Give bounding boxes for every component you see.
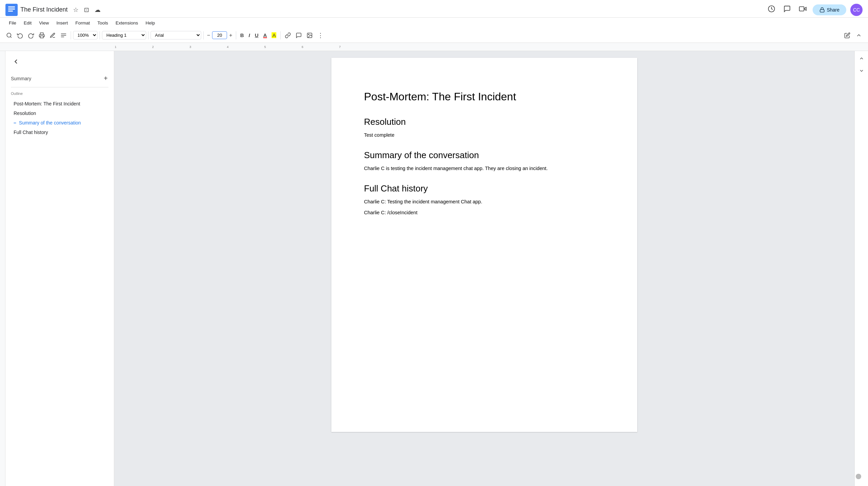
share-button[interactable]: Share — [813, 4, 846, 15]
ruler-inner: 1 2 3 4 5 6 7 — [116, 43, 868, 51]
svg-marker-5 — [804, 7, 806, 10]
svg-rect-7 — [820, 10, 824, 12]
toolbar-divider-1 — [71, 31, 71, 39]
menu-view[interactable]: View — [36, 19, 52, 27]
menu-help[interactable]: Help — [142, 19, 158, 27]
title-bar-right: Share CC — [766, 3, 863, 16]
ruler-mark-7: 7 — [339, 45, 341, 49]
toolbar-divider-6 — [280, 31, 281, 39]
italic-button[interactable]: I — [247, 31, 252, 40]
document-main-title: Post-Mortem: The First Incident — [364, 90, 605, 103]
right-panel-scroll-top[interactable] — [857, 54, 866, 65]
outline-item-3[interactable]: Full Chat history — [11, 128, 108, 136]
text-color-button[interactable]: A — [261, 31, 269, 40]
image-button[interactable] — [305, 31, 315, 40]
svg-point-8 — [7, 33, 11, 37]
sidebar-back-button[interactable] — [11, 56, 21, 68]
svg-rect-3 — [8, 11, 13, 12]
section-heading-2: Full Chat history — [364, 183, 605, 194]
svg-rect-2 — [8, 9, 15, 10]
decrease-font-size-button[interactable]: − — [206, 31, 211, 40]
highlight-button[interactable]: A — [270, 31, 278, 40]
style-selector[interactable]: Heading 1 Normal text Heading 2 Heading … — [102, 31, 146, 39]
undo-button[interactable] — [15, 31, 25, 40]
collapse-toolbar-button[interactable] — [854, 31, 864, 40]
section-para-2-1: Charlie C: /closeIncident — [364, 209, 605, 217]
document-area[interactable]: Post-Mortem: The First Incident Resoluti… — [114, 51, 854, 486]
user-avatar[interactable]: CC — [850, 4, 863, 16]
more-options-button[interactable]: ⋮ — [315, 30, 326, 41]
comment-button[interactable] — [294, 31, 304, 40]
ruler: 1 2 3 4 5 6 7 — [0, 43, 868, 51]
summary-label: Summary — [11, 76, 31, 81]
menu-bar: File Edit View Insert Format Tools Exten… — [0, 18, 868, 28]
bold-button[interactable]: B — [238, 31, 246, 40]
right-panel-scroll-bottom[interactable] — [857, 66, 866, 77]
svg-rect-1 — [8, 6, 15, 7]
section-para-0-0: Test complete — [364, 131, 605, 139]
outline-item-2[interactable]: Summary of the conversation — [11, 119, 108, 127]
share-label: Share — [827, 7, 839, 13]
menu-insert[interactable]: Insert — [53, 19, 71, 27]
print-button[interactable] — [37, 31, 47, 40]
title-action-icons: ☆ ⊡ ☁ — [72, 5, 102, 15]
paint-format-button[interactable] — [58, 31, 69, 40]
font-size-input[interactable] — [212, 31, 227, 39]
toolbar-divider-5 — [236, 31, 236, 39]
ruler-mark-3: 3 — [189, 45, 191, 49]
section-heading-0: Resolution — [364, 117, 605, 127]
scroll-indicator[interactable] — [856, 474, 861, 479]
docs-logo — [5, 4, 18, 16]
outline-label: Outline — [11, 91, 108, 96]
ruler-mark-2: 2 — [152, 45, 154, 49]
search-button[interactable] — [4, 31, 14, 40]
svg-rect-10 — [40, 36, 44, 38]
svg-line-9 — [10, 36, 11, 37]
menu-file[interactable]: File — [5, 19, 20, 27]
add-summary-button[interactable]: + — [103, 74, 108, 83]
increase-font-size-button[interactable]: + — [228, 31, 233, 40]
spellcheck-button[interactable] — [48, 31, 58, 40]
font-selector[interactable]: Arial Times New Roman Courier New — [151, 31, 201, 39]
outline-item-1[interactable]: Resolution — [11, 109, 108, 117]
summary-section-header: Summary + — [11, 74, 108, 83]
edit-mode-button[interactable] — [842, 31, 852, 40]
document-title: The First Incident — [20, 6, 68, 13]
toolbar-divider-4 — [203, 31, 204, 39]
avatar-initials: CC — [853, 7, 860, 13]
title-bar: The First Incident ☆ ⊡ ☁ — [0, 0, 868, 18]
history-button[interactable] — [766, 3, 777, 16]
section-para-1-0: Charlie C is testing the incident manage… — [364, 165, 605, 172]
zoom-selector[interactable]: 100% 75% 125% 150% 200% — [73, 31, 98, 39]
video-call-button[interactable] — [797, 3, 809, 16]
main-area: Summary + Outline Post-Mortem: The First… — [0, 51, 868, 486]
outline-item-0[interactable]: Post-Mortem: The First Incident — [11, 100, 108, 108]
menu-edit[interactable]: Edit — [20, 19, 35, 27]
ruler-mark-4: 4 — [227, 45, 228, 49]
sidebar: Summary + Outline Post-Mortem: The First… — [5, 51, 114, 486]
toolbar: 100% 75% 125% 150% 200% Heading 1 Normal… — [0, 28, 868, 43]
comments-button[interactable] — [781, 3, 793, 16]
ruler-mark-6: 6 — [301, 45, 303, 49]
ruler-mark-5: 5 — [264, 45, 266, 49]
menu-extensions[interactable]: Extensions — [112, 19, 141, 27]
toolbar-right — [842, 31, 864, 40]
svg-rect-0 — [5, 4, 18, 16]
right-panel — [854, 51, 868, 486]
folder-button[interactable]: ⊡ — [83, 5, 90, 15]
left-ruler — [0, 51, 5, 486]
star-button[interactable]: ☆ — [72, 5, 80, 15]
ruler-mark-1: 1 — [115, 45, 116, 49]
sidebar-divider — [11, 87, 108, 87]
toolbar-divider-3 — [148, 31, 149, 39]
title-bar-left: The First Incident ☆ ⊡ ☁ — [5, 4, 102, 16]
menu-format[interactable]: Format — [72, 19, 93, 27]
toolbar-divider-2 — [100, 31, 100, 39]
svg-point-12 — [309, 34, 309, 35]
redo-button[interactable] — [26, 31, 36, 40]
menu-tools[interactable]: Tools — [94, 19, 112, 27]
section-para-2-0: Charlie C: Testing the incident manageme… — [364, 198, 605, 206]
cloud-button[interactable]: ☁ — [93, 5, 102, 15]
link-button[interactable] — [283, 31, 293, 40]
underline-button[interactable]: U — [253, 31, 261, 40]
